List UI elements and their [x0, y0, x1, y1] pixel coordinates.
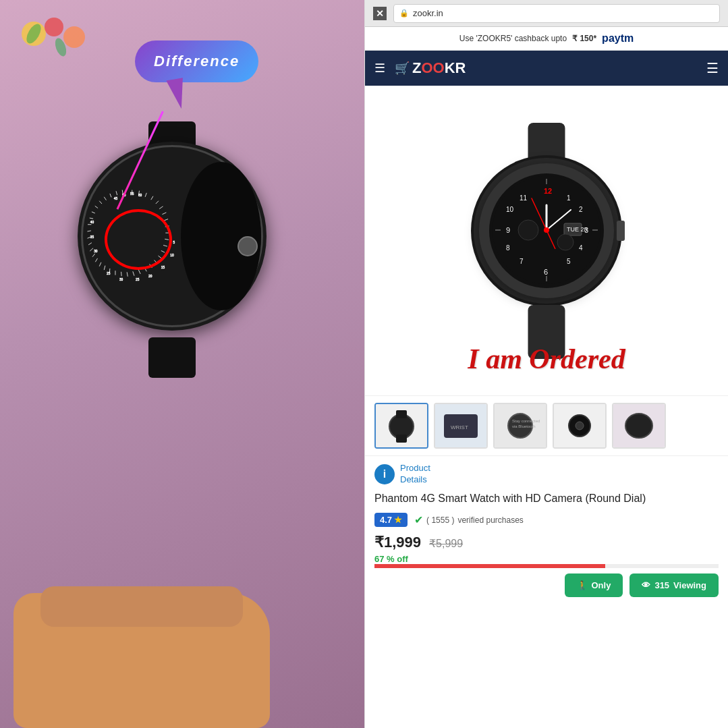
svg-text:30: 30 — [94, 250, 98, 253]
rating-badge: 4.7 ★ — [374, 513, 408, 527]
svg-line-52 — [92, 212, 95, 213]
viewing-label: Viewing — [673, 580, 706, 590]
thumb-image-5 — [613, 404, 665, 447]
svg-line-25 — [162, 213, 166, 215]
paytm-logo: paytm — [602, 32, 634, 45]
svg-line-53 — [95, 206, 98, 208]
discount-progress-bar — [374, 564, 719, 568]
discount-text: 67 % off — [374, 554, 719, 564]
svg-text:Stay connected: Stay connected — [512, 419, 540, 423]
watch-face-svg: 12 3 6 9 1 2 4 5 11 10 8 — [491, 175, 603, 286]
svg-text:15: 15 — [161, 266, 165, 269]
flower-decoration — [13, 13, 94, 81]
only-button[interactable]: 🚶 Only — [565, 573, 623, 597]
svg-point-94 — [576, 422, 584, 430]
watch-crown — [617, 221, 625, 241]
close-button[interactable]: ✕ — [373, 7, 387, 20]
thumbnail-2[interactable]: WRIST — [434, 403, 488, 449]
rating-row: 4.7 ★ ✔ ( 1555 ) verified purchases — [374, 513, 719, 527]
ordered-text: I am Ordered — [468, 343, 625, 375]
svg-line-39 — [121, 272, 122, 276]
url-text: zookr.in — [413, 8, 443, 18]
promo-text: Use 'ZOOKR5' cashback upto — [459, 34, 567, 43]
promo-amount: ₹ 150* — [572, 34, 596, 43]
right-panel: ✕ 🔒 zookr.in Use 'ZOOKR5' cashback upto … — [364, 0, 728, 728]
svg-rect-87 — [396, 435, 407, 443]
svg-line-36 — [138, 270, 140, 274]
svg-line-51 — [90, 218, 93, 219]
samsung-watch-face: 12 3 6 9 1 2 4 5 11 10 8 — [489, 173, 604, 288]
walk-icon: 🚶 — [577, 580, 588, 590]
original-price: ₹5,999 — [429, 537, 463, 550]
thumbnail-4[interactable] — [553, 403, 607, 449]
svg-text:6: 6 — [544, 268, 548, 276]
received-watch: 55 60 50 45 40 35 30 25 30 25 20 15 10 5 — [54, 121, 290, 378]
svg-point-1 — [45, 18, 63, 36]
svg-point-78 — [518, 220, 538, 240]
svg-line-21 — [145, 193, 146, 197]
svg-line-22 — [151, 196, 153, 200]
progress-bar-fill — [374, 564, 605, 568]
product-details-label: Product Details — [400, 463, 430, 486]
thumbnail-3[interactable]: Stay connected via Bluetooth — [493, 403, 547, 449]
verified-label: verified purchases — [457, 515, 523, 525]
nav-menu-icon[interactable]: ☰ — [706, 60, 719, 76]
current-price: ₹1,999 — [374, 534, 421, 551]
thumbnail-1[interactable] — [374, 403, 428, 449]
watch-camera-button — [237, 236, 258, 256]
svg-line-56 — [110, 194, 111, 197]
svg-line-41 — [109, 269, 110, 273]
svg-line-23 — [156, 201, 159, 204]
svg-line-54 — [99, 201, 102, 204]
svg-text:25: 25 — [107, 272, 111, 275]
samsung-watch-body: 12 3 6 9 1 2 4 5 11 10 8 — [479, 163, 614, 298]
viewing-count: 315 — [654, 580, 669, 590]
svg-point-2 — [63, 26, 85, 48]
thumb-image-3: Stay connected via Bluetooth — [495, 404, 546, 447]
thumbnail-5[interactable] — [612, 403, 666, 449]
svg-point-95 — [625, 414, 652, 438]
svg-text:5: 5 — [567, 258, 571, 265]
svg-text:45: 45 — [114, 197, 118, 200]
svg-text:8: 8 — [506, 244, 510, 252]
zookr-logo: 🛒 ZOOKR — [395, 59, 466, 77]
viewing-button[interactable]: 👁 315 Viewing — [629, 573, 719, 597]
svg-rect-86 — [396, 410, 407, 418]
promo-bar: Use 'ZOOKR5' cashback upto ₹ 150* paytm — [365, 27, 728, 51]
svg-text:9: 9 — [506, 226, 510, 234]
svg-text:5: 5 — [173, 241, 175, 244]
svg-line-55 — [104, 197, 106, 200]
check-icon: ✔ — [414, 513, 423, 526]
svg-text:WRIST: WRIST — [451, 424, 468, 430]
svg-text:4: 4 — [579, 244, 583, 252]
svg-line-46 — [90, 248, 93, 251]
navigation-bar: ☰ 🛒 ZOOKR ☰ — [365, 51, 728, 86]
svg-line-49 — [87, 231, 90, 231]
svg-line-24 — [159, 206, 163, 209]
svg-text:2: 2 — [579, 206, 583, 213]
svg-text:40: 40 — [90, 221, 94, 224]
difference-bubble: Difference — [135, 40, 258, 82]
product-info: i Product Details Phantom 4G Smart Watch… — [365, 456, 728, 728]
watch-strap-bottom — [148, 337, 196, 378]
left-panel: Difference 55 60 50 45 40 35 30 25 — [0, 0, 364, 728]
product-image-area: 12 3 6 9 1 2 4 5 11 10 8 — [365, 86, 728, 396]
svg-point-84 — [544, 227, 549, 233]
svg-text:12: 12 — [544, 187, 552, 195]
svg-line-44 — [95, 258, 97, 262]
eye-icon: 👁 — [642, 580, 650, 590]
svg-line-42 — [104, 266, 105, 270]
bubble-text: Difference — [154, 53, 240, 69]
url-bar[interactable]: 🔒 zookr.in — [393, 4, 720, 23]
info-icon[interactable]: i — [374, 464, 395, 484]
svg-line-43 — [99, 262, 101, 267]
thumb-image-1 — [376, 404, 427, 447]
thumbnail-strip: WRIST Stay connected via Bluetooth — [365, 396, 728, 456]
svg-line-45 — [92, 254, 95, 257]
cart-icon: 🛒 — [395, 61, 410, 76]
svg-line-57 — [116, 191, 117, 195]
hamburger-menu-icon[interactable]: ☰ — [374, 61, 385, 76]
svg-line-38 — [127, 272, 128, 276]
svg-text:TUE 28: TUE 28 — [567, 226, 588, 233]
svg-text:7: 7 — [520, 258, 524, 265]
